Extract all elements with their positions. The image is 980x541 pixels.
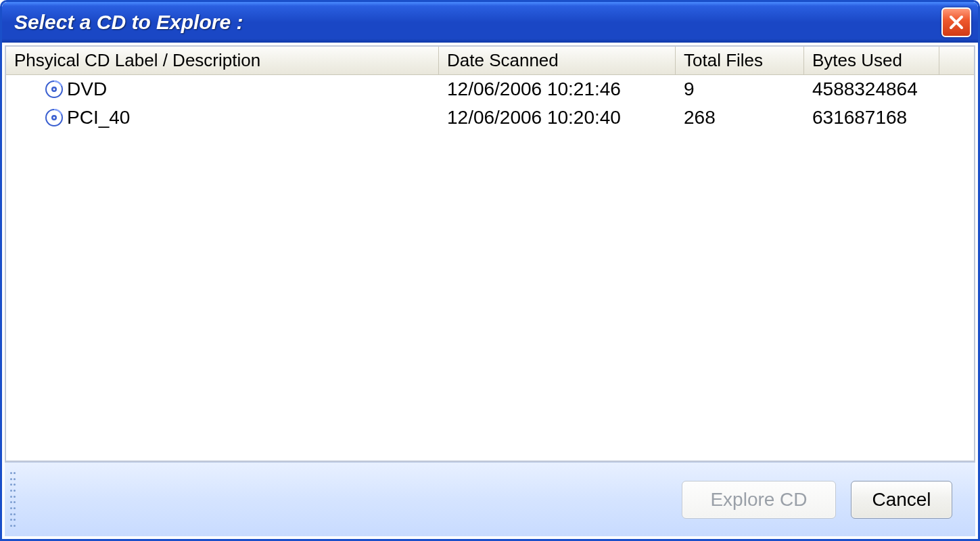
content-area: Phsyical CD Label / Description Date Sca… (5, 45, 975, 536)
cell-date-scanned: 12/06/2006 10:20:40 (439, 107, 676, 128)
cell-bytes-used: 4588324864 (804, 78, 939, 100)
column-headers: Phsyical CD Label / Description Date Sca… (6, 47, 974, 75)
column-header-label[interactable]: Phsyical CD Label / Description (6, 47, 439, 74)
column-header-date-scanned[interactable]: Date Scanned (439, 47, 676, 74)
button-bar: Explore CD Cancel (5, 462, 975, 536)
window-title: Select a CD to Explore : (14, 11, 243, 34)
list-item[interactable]: PCI_40 12/06/2006 10:20:40 268 631687168 (6, 103, 974, 132)
title-bar: Select a CD to Explore : (2, 2, 978, 43)
cd-icon (44, 108, 64, 128)
explore-cd-button[interactable]: Explore CD (682, 481, 836, 519)
cell-total-files: 268 (676, 107, 804, 128)
column-header-bytes-used[interactable]: Bytes Used (804, 47, 939, 74)
svg-point-5 (53, 117, 55, 119)
column-header-total-files[interactable]: Total Files (676, 47, 804, 74)
cell-date-scanned: 12/06/2006 10:21:46 (439, 78, 676, 100)
cd-list: Phsyical CD Label / Description Date Sca… (5, 45, 975, 462)
cell-label: DVD (67, 78, 107, 100)
close-button[interactable] (941, 7, 971, 37)
list-item[interactable]: DVD 12/06/2006 10:21:46 9 4588324864 (6, 75, 974, 103)
cell-total-files: 9 (676, 78, 804, 100)
toolbar-grip (10, 472, 17, 527)
cd-icon (44, 79, 64, 99)
list-rows: DVD 12/06/2006 10:21:46 9 4588324864 (6, 75, 974, 132)
dialog-window: Select a CD to Explore : Phsyical CD Lab… (0, 0, 980, 541)
column-header-spacer (939, 47, 974, 74)
cell-label: PCI_40 (67, 107, 130, 128)
close-icon (948, 14, 964, 30)
cancel-button[interactable]: Cancel (851, 481, 952, 519)
svg-point-2 (53, 89, 55, 91)
cell-bytes-used: 631687168 (804, 107, 939, 128)
